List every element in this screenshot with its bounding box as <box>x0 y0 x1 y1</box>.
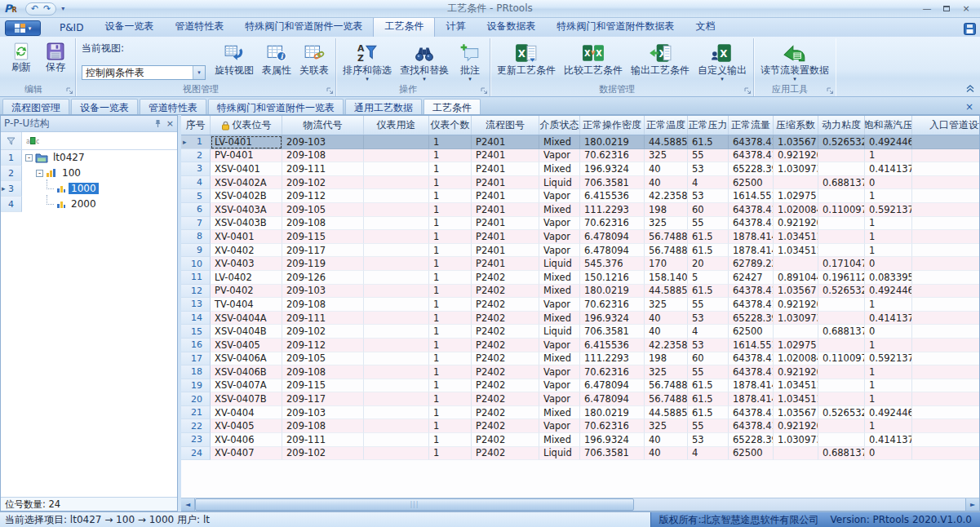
table-cell[interactable]: Mixed <box>539 203 580 217</box>
scrollbar-thumb[interactable]: ||| <box>195 498 634 511</box>
table-cell[interactable]: 706.3581 <box>580 176 645 190</box>
row-number-cell[interactable]: 20 <box>181 392 211 406</box>
table-cell[interactable] <box>364 392 429 406</box>
table-cell[interactable]: 42.23589 <box>645 339 688 352</box>
table-cell[interactable] <box>912 365 980 379</box>
table-cell[interactable]: 209-126 <box>282 271 364 285</box>
table-cell[interactable]: 1614.551 <box>729 339 774 352</box>
table-cell[interactable]: 0.1100979 <box>818 203 865 217</box>
table-cell[interactable]: 1878.414 <box>729 244 774 258</box>
table-cell[interactable]: 545.376 <box>580 257 645 271</box>
table-cell[interactable]: Vapor <box>539 149 580 163</box>
table-cell[interactable]: 209-103 <box>282 135 364 149</box>
table-cell[interactable] <box>364 189 429 203</box>
table-cell[interactable] <box>912 419 980 433</box>
table-cell[interactable]: 0.5265324 <box>818 285 865 299</box>
table-row[interactable]: 4XSV-0402A209-1021P2401Liquid706.3581404… <box>181 176 980 190</box>
table-cell[interactable]: 1 <box>429 447 472 461</box>
table-cell[interactable]: 1 <box>865 379 912 393</box>
table-cell[interactable] <box>364 298 429 312</box>
table-cell[interactable]: 1 <box>865 298 912 312</box>
doc-tab-close-icon[interactable]: × <box>962 101 977 114</box>
table-cell[interactable]: 1 <box>865 189 912 203</box>
table-cell[interactable]: 1 <box>429 312 472 326</box>
table-cell[interactable]: 70.62316 <box>580 419 645 433</box>
table-cell[interactable]: 325 <box>645 419 688 433</box>
table-cell[interactable]: 1.03567 <box>774 406 818 420</box>
row-number-cell[interactable]: 5 <box>181 189 211 203</box>
column-header[interactable]: 流程图号 <box>472 116 539 135</box>
table-cell[interactable]: 158.1408 <box>645 271 688 285</box>
table-cell[interactable]: 0.5265324 <box>818 135 865 149</box>
table-cell[interactable]: 209-117 <box>282 392 364 406</box>
table-cell[interactable]: Liquid <box>539 447 580 461</box>
table-cell[interactable]: 209-112 <box>282 189 364 203</box>
table-cell[interactable]: 61.5 <box>688 406 729 420</box>
table-cell[interactable]: P2401 <box>472 244 539 258</box>
table-cell[interactable]: 40 <box>645 176 688 190</box>
table-cell[interactable] <box>912 298 980 312</box>
table-row[interactable]: 23XV-0406209-1111P2402Mixed196.932440536… <box>181 433 980 447</box>
table-cell[interactable] <box>364 433 429 447</box>
table-cell[interactable]: XV-0403 <box>211 257 282 271</box>
doc-tab-通用工艺数据[interactable]: 通用工艺数据 <box>345 99 422 114</box>
table-cell[interactable]: 1 <box>429 379 472 393</box>
table-cell[interactable] <box>912 149 980 163</box>
table-cell[interactable]: XSV-0403A <box>211 203 282 217</box>
table-cell[interactable]: 64378.41 <box>729 298 774 312</box>
combo-dropdown-icon[interactable]: ▾ <box>193 66 205 79</box>
table-cell[interactable]: PV-0402 <box>211 285 282 299</box>
table-cell[interactable]: Vapor <box>539 392 580 406</box>
table-cell[interactable]: 1 <box>429 257 472 271</box>
doc-tab-设备一览表[interactable]: 设备一览表 <box>71 99 138 114</box>
table-cell[interactable]: 1 <box>429 406 472 420</box>
table-cell[interactable]: P2402 <box>472 352 539 366</box>
redo-button[interactable]: ↷ <box>43 4 51 13</box>
table-cell[interactable]: 56.74888 <box>645 244 688 258</box>
table-cell[interactable]: 0.9219206 <box>774 298 818 312</box>
ribbon-tab-设备数据表[interactable]: 设备数据表 <box>476 17 546 37</box>
tree-row[interactable]: 1 - lt0427 <box>1 150 177 166</box>
table-cell[interactable]: 65228.39 <box>729 162 774 176</box>
table-cell[interactable]: Mixed <box>539 271 580 285</box>
table-cell[interactable]: 65228.39 <box>729 433 774 447</box>
table-cell[interactable]: 209-111 <box>282 312 364 326</box>
table-cell[interactable]: 706.3581 <box>580 447 645 461</box>
table-cell[interactable]: 0 <box>865 447 912 461</box>
table-row[interactable]: 13TV-0404209-1081P2402Vapor70.6231632555… <box>181 298 980 312</box>
table-row[interactable]: 14XSV-0404A209-1111P2402Mixed196.9324405… <box>181 312 980 326</box>
table-cell[interactable] <box>774 325 818 339</box>
table-cell[interactable]: P2402 <box>472 379 539 393</box>
table-cell[interactable]: 1 <box>429 392 472 406</box>
table-cell[interactable]: Mixed <box>539 433 580 447</box>
table-cell[interactable]: 0.4141373 <box>865 433 912 447</box>
table-cell[interactable]: Vapor <box>539 217 580 231</box>
table-cell[interactable]: 209-111 <box>282 433 364 447</box>
table-cell[interactable]: P2402 <box>472 392 539 406</box>
table-cell[interactable] <box>364 244 429 258</box>
table-cell[interactable]: P2401 <box>472 135 539 149</box>
ribbon-tab-设备一览表[interactable]: 设备一览表 <box>94 17 164 37</box>
table-cell[interactable]: 209-102 <box>282 325 364 339</box>
table-cell[interactable]: 1.030973 <box>774 312 818 326</box>
table-cell[interactable]: 40 <box>645 312 688 326</box>
table-cell[interactable]: 1878.414 <box>729 379 774 393</box>
table-cell[interactable] <box>364 257 429 271</box>
table-row[interactable]: 24XV-0407209-1021P2402Liquid706.35814046… <box>181 447 980 461</box>
table-cell[interactable]: 209-103 <box>282 406 364 420</box>
tree-row[interactable]: 4 2000 <box>1 197 177 212</box>
scroll-left-button[interactable]: ◄ <box>181 498 195 511</box>
ribbon-tab-计算[interactable]: 计算 <box>435 17 476 37</box>
table-cell[interactable]: 1 <box>429 352 472 366</box>
table-cell[interactable] <box>364 176 429 190</box>
table-cell[interactable]: 4 <box>688 325 729 339</box>
table-cell[interactable]: XSV-0407B <box>211 392 282 406</box>
table-cell[interactable]: 6.478094 <box>580 244 645 258</box>
table-cell[interactable] <box>364 447 429 461</box>
table-cell[interactable]: 61.5 <box>688 135 729 149</box>
table-cell[interactable]: XV-0401 <box>211 230 282 244</box>
table-cell[interactable] <box>364 271 429 285</box>
field-chooser-icon[interactable]: ac <box>22 132 177 149</box>
column-header[interactable]: 入口管道设计 <box>912 116 980 135</box>
table-cell[interactable]: PV-0401 <box>211 149 282 163</box>
